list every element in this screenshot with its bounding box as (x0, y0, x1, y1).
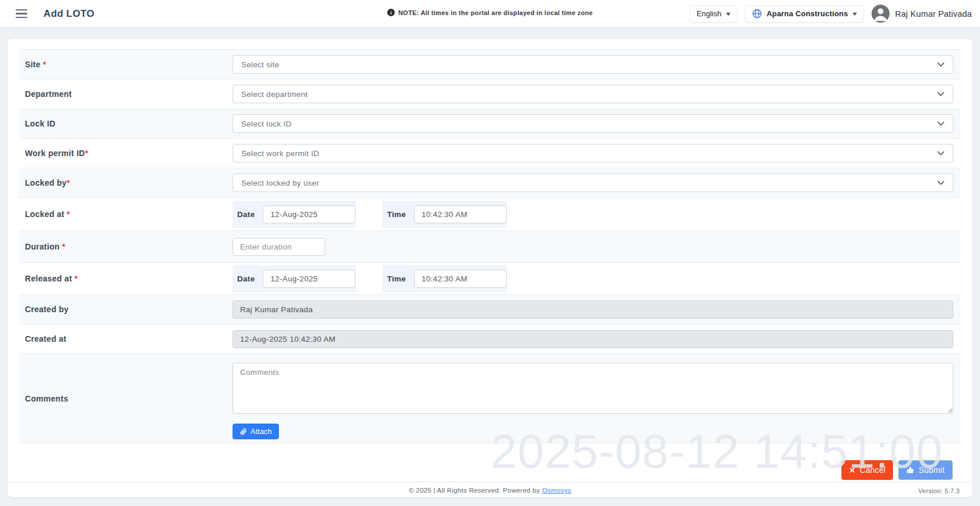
lock-id-select-placeholder: Select lock ID (241, 120, 292, 128)
site-select[interactable]: Select site (233, 55, 953, 74)
cancel-button-label: Cancel (859, 465, 885, 475)
thumbs-up-icon (906, 466, 914, 474)
site-select-placeholder: Select site (241, 60, 280, 69)
department-select[interactable]: Select department (233, 85, 953, 103)
duration-label: Duration* (19, 242, 233, 251)
locked-at-date-group: Date (233, 201, 355, 228)
form-row-duration: Duration* (19, 231, 960, 263)
attach-button[interactable]: Attach (233, 424, 279, 439)
attach-button-label: Attach (251, 427, 272, 436)
released-at-date-input[interactable] (263, 270, 355, 288)
created-at-input (233, 330, 953, 348)
required-asterisk: * (62, 242, 66, 251)
chevron-down-icon (937, 62, 945, 67)
site-label: Site* (19, 60, 233, 69)
hamburger-menu-icon[interactable] (16, 7, 27, 21)
form-row-work-permit: Work permit ID* Select work permit ID (19, 139, 960, 168)
chevron-down-icon (726, 13, 731, 16)
locked-by-select[interactable]: Select locked by user (233, 174, 953, 192)
form-row-created-at: Created at (19, 324, 960, 354)
locked-at-time-group: Time (382, 201, 506, 228)
organization-dropdown[interactable]: Aparna Constructions (745, 5, 865, 23)
user-name: Raj Kumar Pativada (895, 9, 972, 19)
copyright-text: © 2025 | All Rights Reserved. Powered by (409, 487, 540, 494)
required-asterisk: * (74, 274, 78, 283)
language-dropdown[interactable]: English (689, 5, 738, 23)
submit-button[interactable]: Submit (898, 460, 953, 480)
comments-textarea[interactable] (233, 363, 953, 414)
released-at-label: Released at* (19, 274, 233, 283)
duration-input[interactable] (233, 238, 325, 256)
form-row-lock-id: Lock ID Select lock ID (19, 109, 960, 139)
language-dropdown-label: English (696, 9, 721, 18)
user-menu[interactable]: Raj Kumar Pativada (872, 5, 972, 23)
comments-label: Comments (19, 394, 233, 403)
released-at-date-label: Date (237, 274, 255, 283)
locked-at-time-label: Time (387, 210, 405, 219)
submit-button-label: Submit (919, 465, 945, 475)
created-at-label: Created at (19, 334, 233, 344)
chevron-down-icon (937, 92, 945, 96)
form-row-locked-at: Locked at* Date Time (19, 198, 960, 231)
work-permit-select[interactable]: Select work permit ID (233, 144, 953, 162)
osmosys-link[interactable]: Osmosys (542, 487, 571, 494)
user-avatar-icon (872, 5, 890, 23)
locked-at-label: Locked at* (19, 209, 233, 219)
form-actions: ✕ Cancel Submit (8, 460, 953, 480)
required-asterisk: * (67, 209, 70, 219)
footer: © 2025 | All Rights Reserved. Powered by… (8, 482, 972, 498)
timezone-note-text: NOTE: All times in the portal are displa… (398, 9, 593, 16)
lock-id-select[interactable]: Select lock ID (233, 114, 953, 133)
page-title: Add LOTO (43, 8, 95, 20)
department-label: Department (19, 89, 233, 99)
required-asterisk: * (67, 178, 70, 187)
form-table: Site* Select site Department Select depa… (19, 49, 960, 443)
required-asterisk: * (85, 149, 89, 158)
released-at-date-group: Date (233, 265, 355, 292)
form-row-site: Site* Select site (19, 50, 960, 79)
form-row-released-at: Released at* Date Time (19, 263, 960, 295)
form-row-created-by: Created by (19, 295, 960, 324)
locked-at-time-input[interactable] (414, 205, 507, 223)
locked-at-date-input[interactable] (263, 205, 355, 223)
chevron-down-icon (937, 151, 945, 156)
globe-icon (752, 9, 762, 19)
released-at-time-input[interactable] (414, 270, 507, 288)
chevron-down-icon (937, 121, 945, 126)
form-row-locked-by: Locked by* Select locked by user (19, 168, 960, 198)
top-header: Add LOTO i NOTE: All times in the portal… (0, 0, 980, 27)
locked-by-label: Locked by* (19, 178, 233, 187)
created-by-input (233, 301, 953, 319)
version-text: Version: 5.7.3 (919, 487, 960, 494)
required-asterisk: * (43, 60, 46, 69)
released-at-time-group: Time (382, 265, 506, 292)
timezone-note: i NOTE: All times in the portal are disp… (387, 9, 593, 16)
form-row-comments: Comments Attach (19, 354, 960, 443)
released-at-time-label: Time (387, 274, 405, 283)
form-row-department: Department Select department (19, 79, 960, 109)
locked-at-date-label: Date (237, 210, 255, 219)
paperclip-icon (239, 428, 247, 435)
lock-id-label: Lock ID (19, 119, 233, 128)
organization-dropdown-label: Aparna Constructions (767, 9, 848, 18)
department-select-placeholder: Select department (241, 90, 308, 99)
locked-by-select-placeholder: Select locked by user (241, 179, 320, 187)
chevron-down-icon (852, 13, 857, 16)
add-loto-form-card: Site* Select site Department Select depa… (8, 39, 972, 497)
created-by-label: Created by (19, 305, 233, 314)
close-icon: ✕ (849, 466, 855, 475)
info-icon: i (387, 9, 395, 16)
work-permit-select-placeholder: Select work permit ID (241, 149, 320, 158)
chevron-down-icon (937, 180, 945, 185)
cancel-button[interactable]: ✕ Cancel (841, 460, 893, 480)
work-permit-label: Work permit ID* (19, 149, 233, 158)
